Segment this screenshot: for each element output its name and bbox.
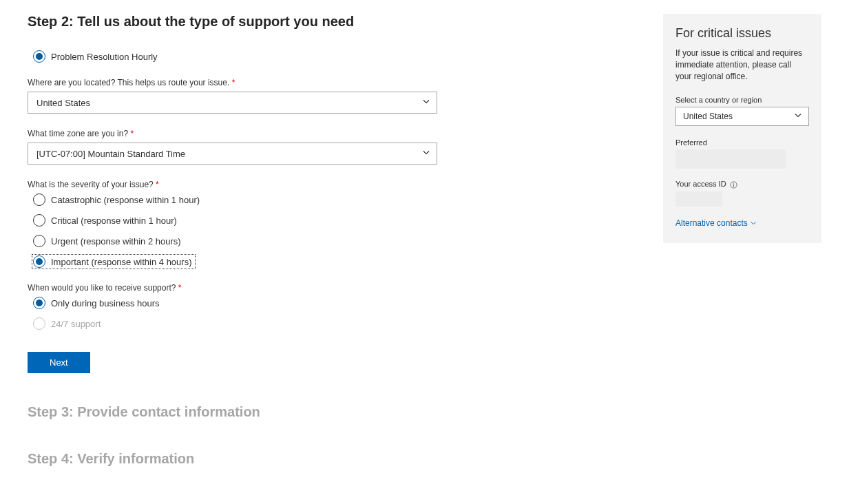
radio-icon (33, 214, 45, 227)
location-label: Where are you located? This helps us rou… (28, 78, 468, 87)
severity-field: What is the severity of your issue? * Ca… (28, 180, 468, 268)
radio-severity-urgent[interactable]: Urgent (response within 2 hours) (33, 235, 468, 247)
sidebar-title: For critical issues (675, 26, 809, 41)
radio-label: Catastrophic (response within 1 hour) (51, 195, 200, 205)
main-form-area: Step 2: Tell us about the type of suppor… (28, 14, 468, 467)
country-select-value: United States (683, 112, 733, 121)
location-select[interactable]: United States (28, 92, 437, 114)
preferred-block: Preferred (675, 138, 809, 169)
info-icon[interactable] (730, 181, 737, 189)
step3-title: Step 3: Provide contact information (28, 404, 468, 420)
access-id-value-placeholder (675, 191, 722, 207)
support-type-group: Problem Resolution Hourly (28, 50, 468, 63)
timezone-label: What time zone are you in? * (28, 129, 468, 138)
access-id-label: Your access ID (675, 180, 809, 189)
critical-issues-panel: For critical issues If your issue is cri… (663, 14, 821, 243)
chevron-down-icon (750, 220, 757, 227)
radio-icon (33, 235, 45, 247)
radio-icon (33, 317, 45, 330)
svg-point-2 (733, 182, 733, 183)
radio-severity-catastrophic[interactable]: Catastrophic (response within 1 hour) (33, 193, 468, 206)
step4-title: Step 4: Verify information (28, 451, 468, 467)
sidebar-text: If your issue is critical and requires i… (675, 48, 809, 82)
radio-severity-important[interactable]: Important (response within 4 hours) (33, 255, 194, 268)
required-star: * (178, 283, 182, 293)
next-button[interactable]: Next (28, 352, 90, 373)
radio-label: Urgent (response within 2 hours) (51, 236, 181, 246)
radio-label: Only during business hours (51, 298, 160, 308)
radio-label: Problem Resolution Hourly (51, 52, 158, 62)
radio-label: 24/7 support (51, 319, 101, 329)
required-star: * (232, 78, 235, 87)
country-select[interactable]: United States (675, 107, 809, 126)
required-star: * (130, 129, 134, 138)
radio-icon (33, 50, 45, 63)
radio-icon (33, 193, 45, 206)
sidebar-container: For critical issues If your issue is cri… (663, 14, 821, 467)
required-star: * (156, 180, 159, 189)
support-hours-field: When would you like to receive support? … (28, 283, 468, 330)
radio-247-support: 24/7 support (33, 317, 468, 330)
timezone-select-value: [UTC-07:00] Mountain Standard Time (36, 149, 185, 159)
severity-label: What is the severity of your issue? * (28, 180, 468, 189)
radio-icon (33, 297, 45, 309)
access-id-block: Your access ID (675, 180, 809, 207)
country-label: Select a country or region (675, 96, 809, 104)
radio-severity-critical[interactable]: Critical (response within 1 hour) (33, 214, 468, 227)
support-hours-label: When would you like to receive support? … (28, 283, 468, 293)
timezone-select[interactable]: [UTC-07:00] Mountain Standard Time (28, 143, 437, 165)
radio-icon (33, 255, 45, 268)
preferred-label: Preferred (675, 138, 809, 147)
timezone-field: What time zone are you in? * [UTC-07:00]… (28, 129, 468, 165)
radio-problem-resolution[interactable]: Problem Resolution Hourly (33, 50, 468, 63)
radio-label: Important (response within 4 hours) (51, 257, 191, 267)
radio-label: Critical (response within 1 hour) (51, 216, 177, 226)
step2-title: Step 2: Tell us about the type of suppor… (28, 14, 468, 30)
alternative-contacts-link[interactable]: Alternative contacts (675, 218, 757, 228)
preferred-value-placeholder (675, 149, 786, 169)
location-select-value: United States (36, 98, 90, 108)
radio-business-hours[interactable]: Only during business hours (33, 297, 468, 309)
location-field: Where are you located? This helps us rou… (28, 78, 468, 114)
